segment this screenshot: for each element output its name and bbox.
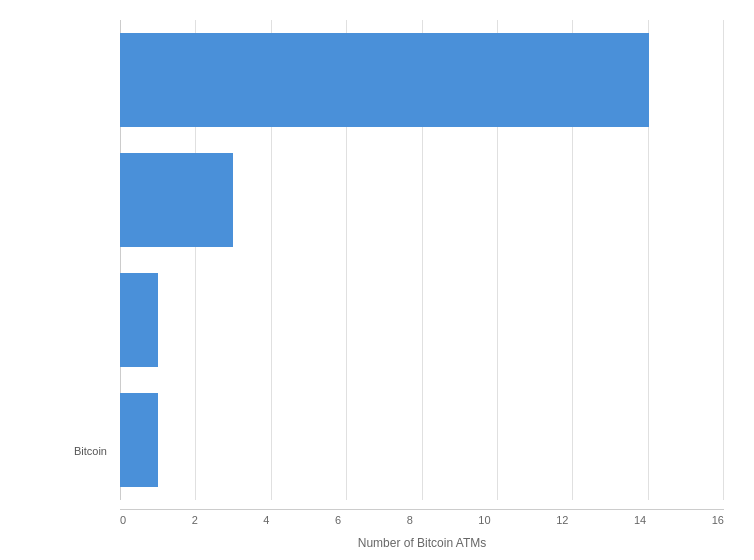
x-tick-4: 8	[407, 514, 413, 526]
bar-row-3	[120, 387, 724, 493]
x-tick-6: 12	[556, 514, 568, 526]
x-tick-1: 2	[192, 514, 198, 526]
x-tick-5: 10	[478, 514, 490, 526]
x-axis-label: Number of Bitcoin ATMs	[120, 536, 724, 550]
chart-container: Bitcoin 0 2 4 6	[0, 0, 754, 560]
bar-0	[120, 33, 649, 127]
bar-2	[120, 273, 158, 367]
x-tick-8: 16	[712, 514, 724, 526]
x-tick-0: 0	[120, 514, 126, 526]
x-tick-2: 4	[263, 514, 269, 526]
bar-row-2	[120, 267, 724, 373]
bar-row-1	[120, 147, 724, 253]
y-axis-labels: Bitcoin	[0, 0, 115, 522]
bar-1	[120, 153, 233, 247]
x-axis: 0 2 4 6 8 10 12 14 16	[120, 509, 724, 522]
x-tick-3: 6	[335, 514, 341, 526]
y-label-4: Bitcoin	[0, 445, 115, 458]
bar-row-0	[120, 27, 724, 133]
x-tick-7: 14	[634, 514, 646, 526]
chart-area	[120, 20, 724, 500]
bar-3	[120, 393, 158, 487]
